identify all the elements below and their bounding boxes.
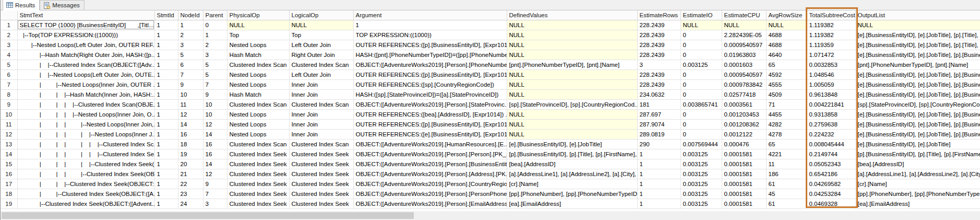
cell-StmtText[interactable]: | | | | | |--Clustered Index Sc... [17, 139, 154, 149]
row-number[interactable]: 15 [1, 159, 17, 169]
row-number[interactable]: 9 [1, 99, 17, 109]
cell-EstimateRows[interactable]: 1 [637, 169, 680, 179]
cell-EstimateIO[interactable]: 0.003125 [680, 179, 722, 189]
cell-LogicalOp[interactable]: Clustered Index Scan [289, 139, 353, 149]
cell-Argument[interactable]: OUTER REFERENCES:([sp].[CountryRegionCod… [353, 79, 507, 89]
cell-OutputList[interactable]: [e].[BusinessEntityID], [e].[JobTitle], … [855, 50, 980, 60]
cell-EstimateCPU[interactable]: 0.02577418 [722, 89, 766, 99]
cell-EstimateIO[interactable]: 0 [680, 89, 722, 99]
col-header-Parent[interactable]: Parent [203, 10, 227, 20]
cell-AvgRowSize[interactable]: 4455 [766, 109, 807, 119]
cell-StmtText[interactable]: | | | |--Nested Loops(Inner Join,... [17, 119, 154, 129]
cell-OutputList[interactable]: [e].[BusinessEntityID], [e].[JobTitle] [855, 139, 980, 149]
cell-NodeId[interactable]: 10 [178, 89, 203, 99]
cell-TotalSubtreeCost[interactable]: 0.2759638 [807, 119, 855, 129]
cell-PhysicalOp[interactable]: Top [227, 30, 289, 40]
cell-EstimateIO[interactable]: 0 [680, 40, 722, 50]
cell-StmtId[interactable]: 1 [154, 89, 178, 99]
cell-EstimateIO[interactable]: 0.003865741 [680, 99, 722, 109]
cell-StmtId[interactable]: 1 [154, 149, 178, 159]
cell-StmtId[interactable]: 1 [154, 189, 178, 199]
cell-NodeId[interactable]: 11 [178, 99, 203, 109]
cell-AvgRowSize[interactable]: 186 [766, 169, 807, 179]
cell-EstimateCPU[interactable]: 0.0001581 [722, 189, 766, 199]
cell-StmtId[interactable]: 1 [154, 139, 178, 149]
cell-EstimateRows[interactable]: 1 [637, 149, 680, 159]
cell-EstimateIO[interactable]: 0.007569444 [680, 139, 722, 149]
cell-LogicalOp[interactable]: Clustered Index Seek [289, 199, 353, 209]
cell-Parent[interactable]: 2 [203, 40, 227, 50]
cell-EstimateIO[interactable]: 0 [680, 119, 722, 129]
cell-Argument[interactable]: OUTER REFERENCES:([p].[BusinessEntityID]… [353, 40, 507, 50]
col-header-DefinedValues[interactable]: DefinedValues [507, 10, 637, 20]
cell-DefinedValues[interactable]: [e].[BusinessEntityID], [e].[JobTitle] [507, 139, 637, 149]
cell-Parent[interactable]: 5 [203, 60, 227, 70]
cell-TotalSubtreeCost[interactable]: 0.6542186 [807, 169, 855, 179]
row-number[interactable]: 11 [1, 119, 17, 129]
cell-EstimateIO[interactable]: 0.003125 [680, 199, 722, 209]
cell-Argument[interactable]: OBJECT:([AdventureWorks2019].[Person].[E… [353, 199, 507, 209]
cell-NodeId[interactable]: 23 [178, 189, 203, 199]
cell-NodeId[interactable]: 12 [178, 109, 203, 119]
cell-DefinedValues[interactable]: NULL [507, 109, 637, 119]
cell-PhysicalOp[interactable]: Nested Loops [227, 40, 289, 50]
cell-Parent[interactable]: 14 [203, 159, 227, 169]
cell-EstimateRows[interactable]: 1 [637, 159, 680, 169]
cell-AvgRowSize[interactable]: 4221 [766, 149, 807, 159]
cell-StmtId[interactable]: 1 [154, 119, 178, 129]
cell-TotalSubtreeCost[interactable]: 0.05052343 [807, 159, 855, 169]
col-header-EstimateRows[interactable]: EstimateRows [637, 10, 680, 20]
cell-DefinedValues[interactable]: NULL [507, 129, 637, 139]
cell-PhysicalOp[interactable]: Clustered Index Seek [227, 159, 289, 169]
tab-messages[interactable]: Messages [40, 0, 84, 10]
cell-LogicalOp[interactable]: Clustered Index Seek [289, 159, 353, 169]
cell-Argument[interactable]: 1 [353, 20, 507, 30]
cell-Parent[interactable]: 16 [203, 149, 227, 159]
cell-Argument[interactable]: OUTER REFERENCES:([p].[BusinessEntityID]… [353, 119, 507, 129]
cell-Parent[interactable]: 3 [203, 199, 227, 209]
row-number[interactable]: 12 [1, 129, 17, 139]
cell-Argument[interactable]: OBJECT:([AdventureWorks2019].[Person].[P… [353, 189, 507, 199]
col-header-Argument[interactable]: Argument [353, 10, 507, 20]
cell-LogicalOp[interactable]: NULL [289, 20, 353, 30]
cell-OutputList[interactable]: [e].[BusinessEntityID], [e].[JobTitle], … [855, 40, 980, 50]
cell-OutputList[interactable]: [e].[BusinessEntityID], [e].[JobTitle], … [855, 109, 980, 119]
cell-StmtText[interactable]: | |--Clustered Index Seek(OBJECT:([A... [17, 189, 154, 199]
row-number[interactable]: 2 [1, 30, 17, 40]
cell-EstimateIO[interactable]: 0.003125 [680, 169, 722, 179]
row-number[interactable]: 6 [1, 70, 17, 79]
cell-EstimateCPU[interactable]: 0.0001581 [722, 159, 766, 169]
row-number[interactable]: 5 [1, 60, 17, 70]
cell-DefinedValues[interactable]: [bea].[AddressID] [507, 159, 637, 169]
cell-AvgRowSize[interactable]: 71 [766, 99, 807, 109]
cell-EstimateRows[interactable]: 289.0819 [637, 129, 680, 139]
cell-LogicalOp[interactable]: Clustered Index Scan [289, 99, 353, 109]
cell-NodeId[interactable]: 21 [178, 169, 203, 179]
cell-EstimateCPU[interactable]: NULL [722, 20, 766, 30]
cell-EstimateCPU[interactable]: 0.0012122 [722, 129, 766, 139]
cell-EstimateIO[interactable]: 0 [680, 70, 722, 79]
cell-EstimateRows[interactable]: 228.2439 [637, 50, 680, 60]
cell-EstimateIO[interactable]: 0 [680, 30, 722, 40]
cell-DefinedValues[interactable]: [p].[BusinessEntityID], [p].[Title], [p]… [507, 149, 637, 159]
cell-NodeId[interactable]: 2 [178, 30, 203, 40]
cell-Parent[interactable]: 0 [203, 20, 227, 30]
cell-EstimateRows[interactable]: 228.2439 [637, 30, 680, 40]
cell-StmtText[interactable]: | | |--Hash Match(Inner Join, HASH:... [17, 89, 154, 99]
cell-AvgRowSize[interactable]: 61 [766, 179, 807, 189]
cell-PhysicalOp[interactable]: Clustered Index Seek [227, 169, 289, 179]
cell-DefinedValues[interactable]: NULL [507, 20, 637, 30]
row-number[interactable]: 13 [1, 139, 17, 149]
cell-EstimateIO[interactable]: 0.003125 [680, 149, 722, 159]
cell-NodeId[interactable]: 20 [178, 159, 203, 169]
cell-TotalSubtreeCost[interactable]: 0.2149744 [807, 149, 855, 159]
cell-EstimateIO[interactable]: 0.003125 [680, 189, 722, 199]
row-number[interactable]: 1 [1, 20, 17, 30]
cell-EstimateCPU[interactable]: 0.0001603 [722, 60, 766, 70]
cell-EstimateIO[interactable]: NULL [680, 20, 722, 30]
col-header-EstimateIO[interactable]: EstimateIO [680, 10, 722, 20]
cell-LogicalOp[interactable]: Left Outer Join [289, 40, 353, 50]
cell-DefinedValues[interactable]: [cr].[Name] [507, 179, 637, 189]
cell-DefinedValues[interactable]: NULL [507, 89, 637, 99]
cell-EstimateCPU[interactable]: 0.000476 [722, 139, 766, 149]
